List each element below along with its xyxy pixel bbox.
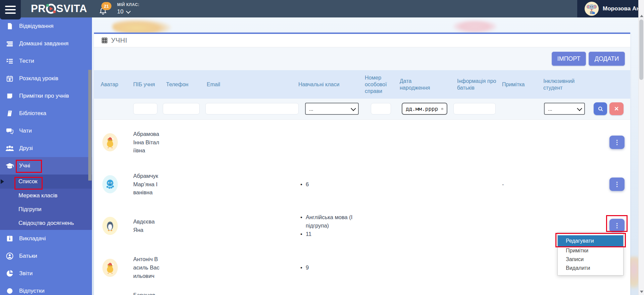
sidebar-item-homework[interactable]: Домашні завдання <box>0 35 92 52</box>
table-header-row: Аватар ПІБ учня Телефон Email Навчальні … <box>94 70 630 99</box>
filter-inclusive-select[interactable]: ... <box>544 103 585 115</box>
column-header-birth-date: Дата народження <box>400 70 441 99</box>
app-logo[interactable]: PR SVITA <box>31 0 87 17</box>
column-header-avatar: Аватар <box>101 70 124 99</box>
octopus-avatar <box>102 175 118 193</box>
sidebar-item-friends[interactable]: Друзі <box>0 140 92 157</box>
filter-name-input[interactable] <box>133 103 157 114</box>
search-button[interactable] <box>594 102 607 115</box>
add-button[interactable]: ДОДАТИ <box>589 52 625 66</box>
context-menu-records[interactable]: Записи <box>558 255 623 264</box>
row-actions-button[interactable]: ⋮ <box>609 136 625 149</box>
notifications-bell[interactable]: 21 <box>99 3 114 17</box>
context-menu-delete[interactable]: Видалити <box>558 264 623 273</box>
attendance-icon <box>5 22 14 31</box>
context-menu-notes[interactable]: Примітки <box>558 246 623 255</box>
table-row[interactable]: Баранов <box>94 289 630 295</box>
filter-parents-input[interactable] <box>453 103 496 114</box>
card-title-bar: УЧНІ <box>94 34 630 47</box>
row-actions-button-open[interactable]: ⋮ <box>609 219 625 232</box>
chat-bubbles-icon <box>5 127 14 135</box>
hamburger-icon <box>5 6 16 7</box>
table-row[interactable]: Авдєєва Яна Англійська мова (І підгрупа)… <box>94 205 630 247</box>
table-row[interactable]: Абрамчук Мар’яна Іванівна 6 - ⋮ <box>94 164 630 205</box>
sidebar-item-label: Відпустки <box>19 288 45 294</box>
table-row[interactable]: Антоніч Василь Васильович 9 <box>94 247 630 289</box>
sidebar-item-vacations[interactable]: Відпустки <box>0 282 92 295</box>
person-circle-icon <box>5 252 14 260</box>
filter-classes-select[interactable]: ... <box>305 103 359 115</box>
column-header-note: Примітка <box>502 70 536 99</box>
sidebar-item-student-notes[interactable]: Примітки про учнів <box>0 87 92 105</box>
student-name[interactable]: Антоніч Василь Васильович <box>133 247 160 289</box>
clear-filter-button[interactable]: ✕ <box>609 102 624 115</box>
table-icon <box>101 37 108 44</box>
calendar-icon <box>5 74 14 83</box>
column-header-classes: Навчальні класи <box>298 70 359 99</box>
context-menu-edit[interactable]: Редагувати <box>558 235 623 246</box>
submenu-item-class-network[interactable]: Мережа класів <box>0 189 92 202</box>
chevron-down-icon <box>577 106 582 111</box>
tests-icon <box>5 57 14 65</box>
sidebar-item-schedule[interactable]: Розклад уроків <box>0 70 92 87</box>
filter-phone-input[interactable] <box>163 103 200 114</box>
chick-santa-avatar <box>102 133 118 151</box>
submenu-item-label: Підгрупи <box>18 206 42 213</box>
row-actions-button[interactable]: ⋮ <box>609 178 625 191</box>
search-icon <box>598 106 603 112</box>
student-classes: Англійська мова (І підгрупа) 11 <box>298 205 359 247</box>
penguin-avatar <box>102 217 118 235</box>
submenu-item-list[interactable]: Список <box>0 175 92 189</box>
user-menu[interactable]: Морозова Анна <box>577 0 638 17</box>
filter-birth-date-input[interactable]: дд.мм.рррр <box>402 103 447 115</box>
submenu-item-label: Мережа класів <box>18 192 57 199</box>
homework-icon <box>5 39 14 48</box>
kebab-menu-icon: ⋮ <box>614 181 620 188</box>
hamburger-menu-button[interactable] <box>0 0 21 19</box>
sidebar-item-parents[interactable]: Батьки <box>0 247 92 265</box>
sidebar-item-chats[interactable]: Чати <box>0 122 92 140</box>
close-icon: ✕ <box>614 105 619 112</box>
sidebar-item-reports[interactable]: Звіти <box>0 265 92 282</box>
student-name[interactable]: Абрамчук Мар’яна Іванівна <box>133 164 160 205</box>
sidebar-navigation: Відвідування Домашні завдання Тести Розк… <box>0 17 92 295</box>
sidebar-item-label: Відвідування <box>19 23 54 30</box>
filter-file-number-input[interactable] <box>371 103 391 114</box>
sidebar-item-library[interactable]: Бібліотека <box>0 105 92 122</box>
sidebar-item-tests[interactable]: Тести <box>0 52 92 70</box>
chevron-down-icon <box>126 9 131 14</box>
my-class-dropdown[interactable]: 10 <box>117 8 140 15</box>
my-class-value: 10 <box>117 8 123 15</box>
import-button[interactable]: ІМПОРТ <box>552 52 586 66</box>
book-icon <box>5 109 14 118</box>
submenu-item-achievement-certificate[interactable]: Свідоцтво досягнень <box>0 216 92 230</box>
column-header-parents-info: Інформація про батьків <box>457 70 497 99</box>
sidebar-scrollbar-thumb[interactable] <box>88 70 92 181</box>
sidebar-item-students[interactable]: Учні <box>0 157 92 175</box>
logo-ring-icon <box>46 4 56 14</box>
tie-icon <box>5 234 14 243</box>
scroll-up-arrow-icon[interactable] <box>640 15 643 17</box>
chick-santa-avatar <box>102 259 118 277</box>
filter-email-input[interactable] <box>205 103 299 114</box>
people-group-icon <box>5 144 14 153</box>
scroll-down-arrow-icon[interactable] <box>640 291 643 293</box>
pie-chart-icon <box>5 269 14 278</box>
my-class-selector: МІЙ КЛАС: 10 <box>117 2 140 15</box>
student-name[interactable]: Баранов <box>133 289 160 295</box>
sidebar-item-attendance[interactable]: Відвідування <box>0 17 92 35</box>
page-scrollbar[interactable] <box>638 0 644 295</box>
submenu-item-subgroups[interactable]: Підгрупи <box>0 202 92 216</box>
student-name[interactable]: Авдєєва Яна <box>133 205 160 247</box>
sidebar-item-label: Звіти <box>19 270 33 277</box>
chevron-down-icon <box>351 106 356 111</box>
column-header-name: ПІБ учня <box>133 70 160 99</box>
student-name[interactable]: Абрамова Інна Віталіївна <box>133 121 160 164</box>
graduation-cap-icon <box>5 161 14 170</box>
scrollbar-thumb[interactable] <box>639 19 643 80</box>
circle-icon <box>5 287 14 295</box>
sidebar-item-teachers[interactable]: Викладачі <box>0 230 92 247</box>
logo-text-pre: PR <box>31 3 46 15</box>
sidebar-item-label: Розклад уроків <box>19 75 58 82</box>
table-row[interactable]: Абрамова Інна Віталіївна ⋮ <box>94 121 630 164</box>
